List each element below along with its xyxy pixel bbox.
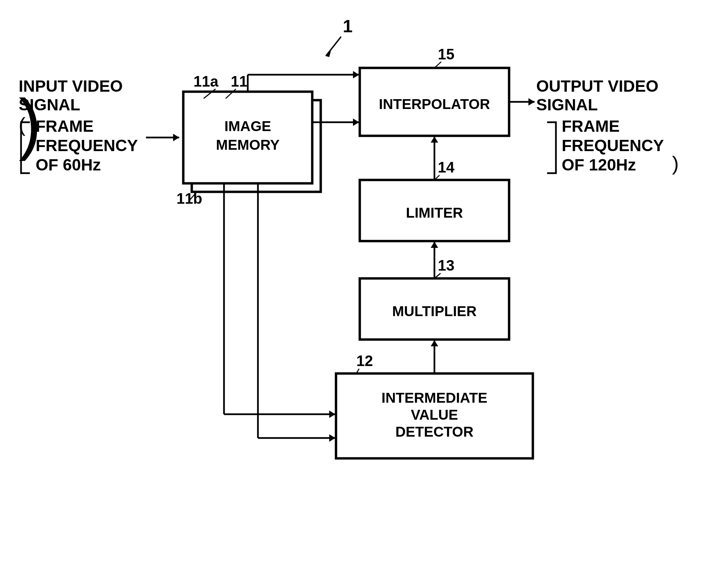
multiplier-label: MULTIPLIER [392,303,477,319]
ref-11-label: 11 [231,73,247,90]
image-memory-label-line1: IMAGE [224,118,271,134]
input-arrow-head [173,134,179,141]
interpolator-label: INTERPOLATOR [379,96,490,112]
output-brace [547,122,556,173]
limiter-to-interp-arrow [431,136,438,143]
ivd-label-line3: DETECTOR [395,424,473,440]
mem-to-interp-arrow1 [353,71,359,78]
output-signal-line2: SIGNAL [536,96,598,114]
ivd-label-line1: INTERMEDIATE [381,390,487,406]
diagram-container: 1 IMAGE MEMORY 11a 11 11b INTERPOLATOR 1… [0,0,728,566]
ref-11b-label: 11b [176,190,202,207]
output-signal-line5: OF 120Hz [562,156,636,174]
ref-1-label: 1 [343,16,353,36]
mem-to-interp-arrow2 [353,118,359,126]
mem-to-ivd-arrow2 [329,434,335,442]
limiter-label: LIMITER [406,205,463,221]
ref-14-label: 14 [438,159,454,176]
ivd-to-mult-arrow [431,340,438,346]
interp-output-arrow-head [528,98,535,106]
output-paren-close: ) [672,152,679,175]
image-memory-label-line2: MEMORY [216,137,279,153]
ref-13-label: 13 [438,257,454,274]
ref-15-label: 15 [438,46,454,62]
ref-12-label: 12 [356,352,373,369]
ref-11a-label: 11a [193,73,219,90]
output-signal-line3: FRAME [562,117,620,135]
input-signal-line3: FRAME [36,117,94,135]
svg-line-0 [326,37,341,56]
output-signal-line4: FREQUENCY [562,136,664,154]
mem-to-ivd-arrow1 [329,410,335,418]
input-signal-line5: OF 60Hz [36,156,101,174]
ivd-label-line2: VALUE [411,407,458,423]
output-signal-line1: OUTPUT VIDEO [536,77,658,95]
input-signal-line4: FREQUENCY [36,136,138,154]
mult-to-limiter-arrow [431,242,438,248]
